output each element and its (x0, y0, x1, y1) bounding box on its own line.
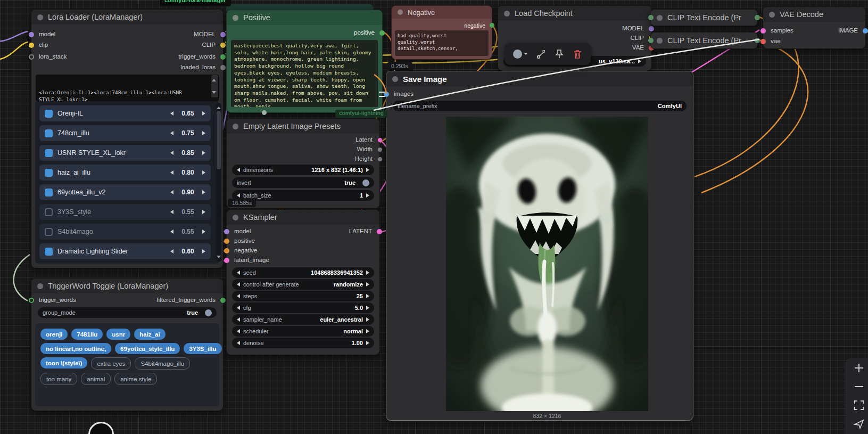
lora-strength[interactable]: 0.75 (178, 129, 197, 137)
node-bottom-dot[interactable] (262, 110, 267, 115)
collapse-dot[interactable] (657, 15, 663, 21)
trigger-chip[interactable]: toon \(style\) (40, 357, 87, 369)
previous-value-icon[interactable] (237, 329, 240, 333)
lora-strength[interactable]: 0.55 (178, 208, 197, 216)
textarea-scrollbar[interactable] (211, 75, 218, 97)
list-scrollbar[interactable] (216, 103, 221, 261)
node-title-bar[interactable]: Positive (227, 10, 382, 25)
collapse-dot[interactable] (233, 215, 238, 220)
node-title-bar[interactable]: Load Checkpoint (498, 6, 651, 21)
previous-value-icon[interactable] (237, 317, 240, 322)
trigger-chip[interactable]: too many (40, 373, 77, 385)
output-port-height[interactable] (378, 157, 382, 161)
lora-checkbox[interactable] (45, 208, 53, 216)
next-value-icon[interactable] (638, 59, 641, 63)
next-value-icon[interactable] (366, 271, 369, 275)
trigger-chip[interactable]: S4bit4mago_illu (135, 357, 190, 370)
widget-dimensions[interactable]: dimensions 1216 x 832 (1.46:1) (232, 165, 374, 175)
lora-checkbox[interactable] (45, 129, 53, 137)
previous-value-icon[interactable] (237, 282, 240, 286)
scroll-thumb[interactable] (217, 111, 221, 169)
increase-arrow-icon[interactable] (202, 131, 205, 135)
widget-control-after-generate[interactable]: control after generate randomize (232, 279, 374, 290)
output-port-model[interactable] (220, 32, 226, 37)
toggle-knob[interactable] (362, 179, 369, 186)
previous-value-icon[interactable] (237, 341, 240, 345)
collapse-dot[interactable] (37, 14, 43, 20)
trigger-chip[interactable]: 3Y3S_illu (184, 343, 221, 354)
lora-row[interactable]: USNR STYLE_XL_lokr 0.85 (39, 145, 211, 161)
node-clip-text-encode-2[interactable]: CLIP Text Encode (Pr (650, 32, 758, 49)
node-title-bar[interactable]: Save Image (386, 71, 693, 86)
lora-strength[interactable]: 0.90 (178, 189, 197, 196)
input-port-samples[interactable] (760, 28, 766, 34)
lora-checkbox[interactable] (45, 248, 53, 256)
lora-row[interactable]: Dramatic Lighting Slider 0.60 (39, 243, 211, 259)
previous-value-icon[interactable] (237, 306, 240, 310)
output-port-width[interactable] (378, 148, 382, 152)
output-port-trigger-words[interactable] (220, 54, 226, 60)
lora-row[interactable]: S4bit4mago 0.55 (39, 224, 211, 240)
increase-arrow-icon[interactable] (202, 210, 205, 214)
node-empty-latent-presets[interactable]: Empty Latent Image Presets Latent Width … (226, 118, 380, 209)
scroll-down-icon[interactable] (217, 256, 221, 260)
next-value-icon[interactable] (366, 306, 369, 310)
widget-steps[interactable]: steps 25 (232, 291, 374, 301)
collapse-dot[interactable] (37, 283, 43, 289)
canvas-nav-toolbar[interactable] (845, 358, 868, 434)
pointer-icon[interactable] (853, 418, 865, 430)
decrease-arrow-icon[interactable] (170, 190, 173, 194)
node-title-bar[interactable]: Lora Loader (LoraManager) (31, 10, 223, 24)
decrease-arrow-icon[interactable] (170, 230, 173, 234)
output-port-latent[interactable] (377, 229, 382, 234)
scroll-up-icon[interactable] (217, 104, 221, 109)
previous-value-icon[interactable] (237, 193, 240, 198)
lora-checkbox[interactable] (45, 228, 53, 236)
lora-strength[interactable]: 0.60 (178, 248, 197, 255)
collapse-dot[interactable] (657, 38, 663, 44)
collapse-dot[interactable] (504, 11, 510, 17)
widget-filename-prefix[interactable]: filename_prefix ComfyUI (393, 101, 687, 111)
node-title-bar[interactable]: TriggerWord Toggle (LoraManager) (31, 279, 223, 293)
scroll-down-icon[interactable] (212, 91, 216, 96)
decrease-arrow-icon[interactable] (170, 111, 173, 116)
lora-checkbox[interactable] (45, 169, 53, 177)
comfyui-canvas[interactable]: Lora Loader (LoraManager) model clip lor… (0, 0, 868, 434)
node-lora-loader[interactable]: Lora Loader (LoraManager) model clip lor… (31, 9, 224, 268)
lora-stack-textarea[interactable]: <lora:Orenji-IL:1><lora:748cm_illu:1><lo… (36, 75, 219, 101)
lora-strength[interactable]: 0.85 (178, 149, 197, 157)
previous-value-icon[interactable] (237, 294, 240, 298)
node-title-bar[interactable]: VAE Decode (763, 7, 865, 22)
output-port-latent[interactable] (378, 138, 382, 142)
toggle-knob[interactable] (205, 309, 212, 316)
node-positive-prompt[interactable]: Positive positive masterpiece,best quali… (226, 10, 383, 113)
delete-icon[interactable] (573, 49, 582, 59)
output-port-negative[interactable] (490, 23, 494, 28)
output-port-filtered[interactable] (220, 298, 226, 303)
widget-denoise[interactable]: denoise 1.00 (232, 338, 374, 348)
lora-checkbox[interactable] (45, 149, 53, 157)
node-title-bar[interactable]: CLIP Text Encode (Pr (651, 10, 757, 26)
collapse-dot[interactable] (233, 124, 238, 129)
trigger-chip[interactable]: anime style (114, 373, 157, 385)
negative-prompt-textarea[interactable]: bad quality,worst quality,worst detail,s… (395, 30, 489, 56)
collapsed-output-port[interactable] (755, 38, 760, 43)
queue-button[interactable] (88, 422, 114, 434)
input-port-model[interactable] (29, 32, 34, 37)
output-port-model[interactable] (649, 26, 654, 31)
trigger-chip[interactable]: orenji (40, 329, 68, 340)
input-port-negative[interactable] (224, 248, 229, 253)
node-save-image[interactable]: Save Image images filename_prefix ComfyU… (386, 71, 693, 421)
lora-checkbox[interactable] (45, 189, 53, 196)
widget-cfg[interactable]: cfg 5.0 (232, 302, 374, 313)
node-title-bar[interactable]: Negative (392, 6, 492, 19)
previous-value-icon[interactable] (237, 271, 240, 275)
trigger-chip[interactable]: 7481llu (71, 329, 103, 340)
zoom-out-icon[interactable] (853, 381, 865, 392)
input-port-positive[interactable] (224, 239, 229, 244)
positive-prompt-textarea[interactable]: masterpiece,best quality,very awa, 1girl… (231, 40, 378, 107)
input-port-trigger-words[interactable] (29, 298, 34, 303)
lora-strength[interactable]: 0.55 (178, 228, 197, 235)
fit-view-icon[interactable] (853, 399, 865, 411)
lora-row[interactable]: Orenji-IL 0.65 (39, 105, 211, 121)
